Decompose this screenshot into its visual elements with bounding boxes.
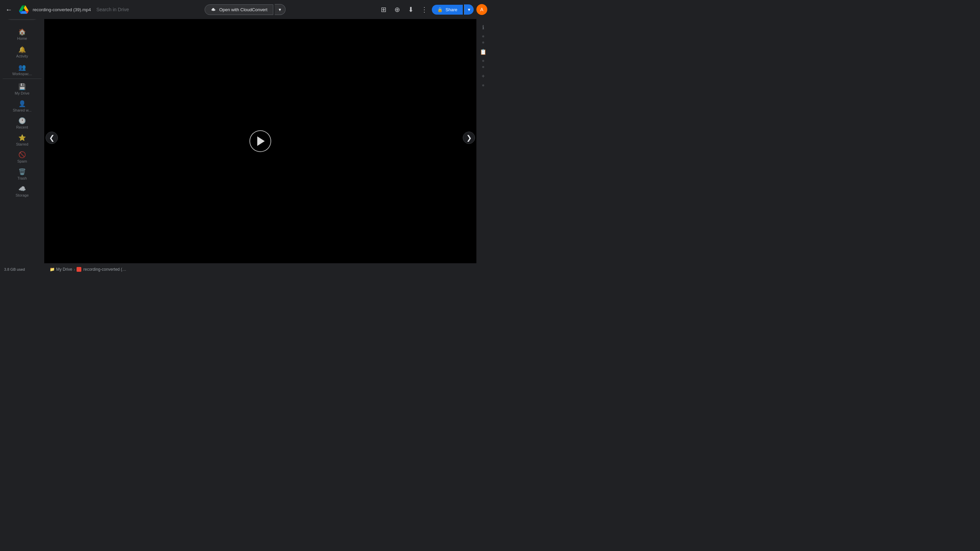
more-options-button[interactable]: ⋮ [418,3,430,16]
sidebar-label-home: Home [17,37,27,40]
sidebar-label-my-drive: My Drive [14,91,29,95]
sidebar-item-trash[interactable]: 🗑️ Trash [5,166,39,182]
chevron-left-icon: ❮ [49,134,55,142]
sidebar-section-drive: 💾 My Drive 👤 Shared w... 🕐 Recent ⭐ Star… [3,79,41,200]
sidebar-item-starred[interactable]: ⭐ Starred [5,132,39,148]
sidebar-item-shared[interactable]: 👤 Shared w... [5,98,39,114]
sidebar-label-spam: Spam [18,159,27,163]
right-dot-1 [482,35,484,37]
breadcrumb-file-label: recording-converted (… [83,267,126,272]
breadcrumb: 📁 My Drive › recording-converted (… [44,263,476,275]
right-icon-2[interactable]: + [478,71,488,82]
back-icon: ← [5,6,12,14]
workspace-icon: 👥 [18,64,26,71]
my-drive-icon: 💾 [18,83,26,91]
share-button[interactable]: 🔒 Share [432,5,463,14]
sidebar-item-my-drive[interactable]: 💾 My Drive [5,81,39,97]
lock-icon: 🔒 [437,7,443,12]
info-icon: ℹ [482,24,484,30]
right-icon-1[interactable]: 📋 [478,46,488,57]
play-button[interactable] [250,130,271,152]
open-with-button[interactable]: Open with CloudConvert [205,5,273,15]
shared-icon: 👤 [18,100,26,108]
add-to-drive-button[interactable]: ⊕ [391,3,403,16]
file-name: recording-converted (39).mp4 [33,7,91,12]
previous-button[interactable]: ❮ [46,132,58,144]
avatar-initial: A [480,7,483,12]
sidebar-item-storage[interactable]: ☁️ Storage [5,183,39,199]
sidebar-label-workspace: Workspac... [12,72,32,76]
home-icon: 🏠 [18,28,26,36]
share-label: Share [445,7,457,12]
starred-icon: ⭐ [18,134,26,141]
recent-icon: 🕐 [18,117,26,124]
sidebar-item-spam[interactable]: 🚫 Spam [5,149,39,165]
drive-logo [18,3,30,16]
sidebar-label-recent: Recent [16,125,28,129]
breadcrumb-my-drive[interactable]: 📁 My Drive [50,267,72,272]
sidebar-item-workspace[interactable]: 👥 Workspac... [3,62,41,78]
trash-icon: 🗑️ [18,168,26,176]
activity-icon: 🔔 [18,46,26,53]
breadcrumb-separator: › [73,267,75,272]
file-icon-small [76,267,81,272]
sidebar-label-storage: Storage [16,193,29,197]
info-button[interactable]: ℹ [478,22,488,33]
right-dot-2 [482,41,484,43]
spam-icon: 🚫 [18,151,26,159]
storage-info: 3.8 GB used [0,263,44,275]
back-button[interactable]: ← [3,3,15,16]
grid-view-button[interactable]: ⊞ [377,3,390,16]
next-button[interactable]: ❯ [463,132,475,144]
folder-icon: 📁 [50,267,55,272]
more-vert-icon: ⋮ [421,5,428,14]
right-dot-5 [482,84,484,86]
download-button[interactable]: ⬇ [404,3,417,16]
storage-icon: ☁️ [18,185,26,192]
sidebar-label-starred: Starred [16,142,28,146]
open-with-controls: Open with CloudConvert ▾ [205,4,285,15]
sidebar-label-trash: Trash [18,176,27,180]
share-dropdown-button[interactable]: ▾ [464,5,474,14]
chevron-down-icon: ▾ [468,7,470,12]
sidebar: + New 🏠 Home 🔔 Activity 👥 Workspac... 💾 … [0,0,44,275]
play-icon [257,137,265,146]
avatar[interactable]: A [476,4,487,15]
breadcrumb-my-drive-label: My Drive [56,267,72,272]
sidebar-item-activity[interactable]: 🔔 Activity [3,44,41,60]
chevron-right-icon: ❯ [466,134,472,142]
right-action-icon-2: + [482,73,485,79]
right-panel: ℹ 📋 + [476,19,490,263]
right-action-icon-1: 📋 [480,49,487,55]
cloud-icon [210,7,216,12]
chevron-down-icon: ▾ [279,7,281,12]
sidebar-label-activity: Activity [16,54,28,58]
right-dot-3 [482,60,484,62]
breadcrumb-current-file: recording-converted (… [76,267,126,272]
sidebar-label-shared: Shared w... [13,108,31,112]
add-photo-icon: ⊕ [395,5,400,14]
download-icon: ⬇ [408,5,414,14]
topbar: ← recording-converted (39).mp4 Search in… [0,0,490,19]
topbar-right: ⊞ ⊕ ⬇ ⋮ 🔒 Share ▾ A [377,3,487,16]
video-container[interactable] [44,19,476,263]
open-with-dropdown-button[interactable]: ▾ [275,4,285,15]
storage-used-label: 3.8 GB used [4,267,25,272]
right-dot-4 [482,66,484,68]
grid-icon: ⊞ [381,5,387,14]
sidebar-item-home[interactable]: 🏠 Home [3,26,41,43]
sidebar-item-recent[interactable]: 🕐 Recent [5,115,39,131]
open-with-label: Open with CloudConvert [219,7,267,12]
